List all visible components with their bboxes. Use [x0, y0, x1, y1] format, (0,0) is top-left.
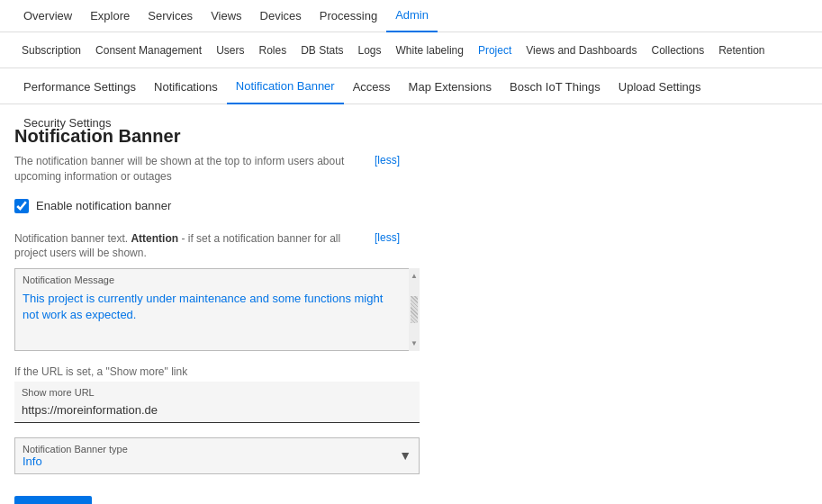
- banner-text-prefix: Notification banner text.: [14, 232, 131, 245]
- second-nav-item-subscription[interactable]: Subscription: [14, 32, 88, 68]
- second-nav-item-viewsdashboards[interactable]: Views and Dashboards: [519, 32, 644, 68]
- main-content: Notification Banner The notification ban…: [0, 104, 810, 504]
- description-text: The notification banner will be shown at…: [14, 154, 357, 184]
- third-nav: Performance Settings Notifications Notif…: [0, 68, 822, 104]
- banner-text-less-link[interactable]: [less]: [375, 231, 400, 244]
- banner-text-bold: Attention: [131, 232, 178, 245]
- scroll-up-icon[interactable]: ▲: [411, 272, 418, 280]
- enable-notification-checkbox[interactable]: [14, 199, 29, 213]
- second-nav-item-collections[interactable]: Collections: [644, 32, 711, 68]
- second-nav-item-users[interactable]: Users: [209, 32, 251, 68]
- second-nav: Subscription Consent Management Users Ro…: [0, 32, 822, 68]
- save-button[interactable]: Save: [14, 496, 92, 504]
- third-nav-item-access[interactable]: Access: [344, 68, 400, 104]
- second-nav-item-consent[interactable]: Consent Management: [88, 32, 209, 68]
- url-field-box: Show more URL: [14, 382, 420, 423]
- second-nav-item-retention[interactable]: Retention: [711, 32, 772, 68]
- top-nav-item-explore[interactable]: Explore: [81, 0, 139, 32]
- dropdown-label: Notification Banner type: [23, 444, 128, 454]
- description-row: The notification banner will be shown at…: [14, 154, 796, 184]
- banner-text-label: Notification banner text. Attention - if…: [14, 231, 357, 262]
- top-nav: Overview Explore Services Views Devices …: [0, 0, 822, 32]
- top-nav-item-processing[interactable]: Processing: [311, 0, 386, 32]
- top-nav-item-devices[interactable]: Devices: [251, 0, 311, 32]
- description-less-link[interactable]: [less]: [375, 154, 400, 166]
- dropdown-value: Info: [23, 454, 128, 468]
- url-description: If the URL is set, a "Show more" link: [14, 365, 796, 378]
- notification-message-box: Notification Message: [14, 268, 420, 351]
- third-nav-item-bosch[interactable]: Bosch IoT Things: [501, 68, 610, 104]
- third-nav-item-map-extensions[interactable]: Map Extensions: [400, 68, 501, 104]
- second-nav-item-whitelabeling[interactable]: White labeling: [389, 32, 471, 68]
- notification-message-wrapper: Notification Message ▲ ▼: [14, 268, 420, 351]
- top-nav-item-overview[interactable]: Overview: [14, 0, 81, 32]
- scroll-thumb: [411, 296, 418, 323]
- dropdown-inner: Notification Banner type Info: [23, 444, 128, 468]
- chevron-down-icon: ▼: [399, 448, 411, 463]
- third-nav-item-notifications[interactable]: Notifications: [145, 68, 227, 104]
- third-nav-item-performance[interactable]: Performance Settings: [14, 68, 145, 104]
- third-nav-item-notification-banner[interactable]: Notification Banner: [227, 68, 344, 104]
- scroll-down-icon[interactable]: ▼: [411, 339, 418, 347]
- page-title: Notification Banner: [14, 126, 796, 147]
- top-nav-item-views[interactable]: Views: [202, 0, 250, 32]
- checkbox-label: Enable notification banner: [36, 199, 171, 212]
- top-nav-item-services[interactable]: Services: [139, 0, 202, 32]
- banner-text-desc: Notification banner text. Attention - if…: [14, 231, 796, 262]
- second-nav-item-roles[interactable]: Roles: [251, 32, 294, 68]
- notification-banner-type-dropdown[interactable]: Notification Banner type Info ▼: [14, 437, 420, 474]
- notification-message-textarea[interactable]: [15, 287, 406, 347]
- scroll-indicator: ▲ ▼: [409, 268, 420, 351]
- second-nav-item-project[interactable]: Project: [471, 32, 519, 68]
- url-input[interactable]: [14, 400, 420, 422]
- url-label: Show more URL: [14, 382, 420, 400]
- third-nav-item-upload[interactable]: Upload Settings: [610, 68, 710, 104]
- checkbox-row: Enable notification banner: [14, 199, 796, 213]
- second-nav-item-logs[interactable]: Logs: [351, 32, 389, 68]
- top-nav-item-admin[interactable]: Admin: [386, 0, 438, 32]
- second-nav-item-dbstats[interactable]: DB Stats: [294, 32, 350, 68]
- notification-message-label: Notification Message: [15, 269, 406, 287]
